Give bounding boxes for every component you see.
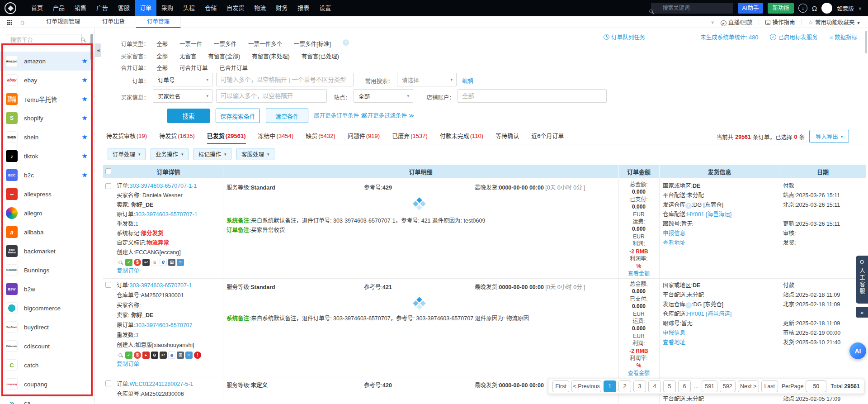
platform-item-backmarket[interactable]: Back Marketbackmarket <box>0 242 95 261</box>
truck-icon[interactable]: ▸ <box>142 352 150 359</box>
sku-grid-icon[interactable]: ⊞ <box>177 352 184 359</box>
headset-icon[interactable]: Ω <box>812 5 817 12</box>
ai-assistant-button[interactable]: AI助手 <box>738 3 764 14</box>
page-number-button[interactable]: 5 <box>663 380 676 392</box>
copy-order-link[interactable]: 复制订单 <box>117 361 139 367</box>
filter-option[interactable]: 可合并订单 <box>179 63 208 72</box>
platform-item-b2c[interactable]: B2Cb2c★ <box>0 166 95 185</box>
return-parcel-icon[interactable]: ↩ <box>160 352 167 359</box>
favorite-star-icon[interactable]: ★ <box>82 57 88 65</box>
declare-info-link[interactable]: 申报信息 <box>663 230 685 237</box>
tab-frozen[interactable]: 冻结中(3454) <box>258 131 294 140</box>
save-search-button[interactable]: 保存搜索条件 <box>216 109 260 123</box>
collapse-chevron-icon[interactable]: ∨ <box>711 19 714 24</box>
menu-item-selfship[interactable]: 自发货 <box>222 0 249 16</box>
page-number-button[interactable]: 592 <box>720 380 736 392</box>
page-number-button[interactable]: 4 <box>648 380 661 392</box>
menu-item-orders[interactable]: 订单 <box>135 0 156 16</box>
platform-item-b2w[interactable]: B2Wb2w <box>0 280 95 299</box>
copy-order-link[interactable]: 复制订单 <box>117 268 139 274</box>
chevron-down-icon[interactable]: ∨ <box>859 6 862 11</box>
tab-last-6-months[interactable]: 近6个月订单 <box>531 131 564 140</box>
sidebar-scrollbar[interactable] <box>90 34 93 60</box>
buyer-field-select[interactable]: 买家姓名▾ <box>153 89 212 103</box>
sidebar-collapse-handle[interactable]: ◀ <box>95 43 101 57</box>
page-number-button[interactable]: 591 <box>702 380 717 392</box>
menu-item-firstleg[interactable]: 头程 <box>178 0 200 16</box>
erp-channel-icon[interactable]: e <box>168 352 175 359</box>
filter-option[interactable]: 全部 <box>156 63 168 72</box>
platform-search-input[interactable] <box>6 34 82 46</box>
order-no-link[interactable]: WEC0122411280027-5-1 <box>129 381 193 387</box>
new-feature-button[interactable]: 新功能 <box>768 3 794 14</box>
apps-grid-icon[interactable] <box>7 20 9 21</box>
platform-item-coupang[interactable]: coupangcoupang <box>0 375 95 394</box>
menu-item-purchase[interactable]: 采购 <box>156 0 178 16</box>
cart-icon[interactable]: ✓ <box>125 259 132 266</box>
favorite-star-icon[interactable]: ★ <box>82 76 88 84</box>
edit-quick-search-link[interactable]: 编辑 <box>462 76 473 85</box>
tab-order-shipping[interactable]: 订单出货 <box>91 16 136 28</box>
alert-icon[interactable]: ! <box>194 352 201 359</box>
platform-item-tiktok[interactable]: ♪tiktok★ <box>0 147 95 166</box>
shop-account-input[interactable] <box>458 89 607 103</box>
erp-channel-icon[interactable]: e <box>160 259 167 266</box>
menu-item-reports[interactable]: 报表 <box>292 0 314 16</box>
buyer-info-input[interactable] <box>216 89 327 103</box>
platform-item-catch[interactable]: Ccatch <box>0 356 95 375</box>
home-icon[interactable]: ⌂ <box>20 18 24 26</box>
view-detail-icon[interactable] <box>117 352 124 359</box>
platform-item-allegro[interactable]: allegro <box>0 204 95 223</box>
tab-problem[interactable]: 问题件(919) <box>348 131 380 140</box>
tab-out-of-stock[interactable]: 缺货(5432) <box>306 131 335 140</box>
delivery-channel-link[interactable]: HY001 [海邑海运] <box>687 211 731 218</box>
page-number-button[interactable]: 2 <box>618 380 631 392</box>
order-queue-link[interactable]: 订单队列任务 <box>604 33 645 41</box>
order-no-link[interactable]: 303-3974603-6570707-1-1 <box>129 183 197 189</box>
tab-order-management[interactable]: 订单管理 <box>136 16 181 28</box>
order-process-button[interactable]: 订单处理▾ <box>108 148 146 160</box>
help-icon[interactable]: ? <box>685 302 692 309</box>
menu-item-service[interactable]: 客服 <box>113 0 135 16</box>
menu-item-finance[interactable]: 财务 <box>271 0 292 16</box>
order-no-type-select[interactable]: 订单号▾ <box>153 73 212 86</box>
label-service-link[interactable]: ✓已启用标发服务 <box>770 33 818 41</box>
filter-option[interactable]: 无留言 <box>179 52 197 60</box>
platform-item-ca[interactable]: ≫ca <box>0 394 95 404</box>
favorite-star-icon[interactable]: ★ <box>82 133 88 141</box>
filter-option[interactable]: 已合并订单 <box>220 63 248 72</box>
platform-item-cdiscount[interactable]: Cdiscountcdiscount <box>0 337 95 356</box>
page-number-button[interactable]: 6 <box>678 380 691 392</box>
row-checkbox[interactable] <box>105 380 111 386</box>
main-scrollbar[interactable] <box>865 31 867 53</box>
filter-option[interactable]: 一票一件多个 <box>248 39 282 48</box>
view-amount-link[interactable]: 查看金额 <box>628 271 650 277</box>
select-all-checkbox[interactable] <box>105 168 111 174</box>
platform-item-bigcommerce[interactable]: bigcommerce <box>0 299 95 318</box>
global-search-input[interactable] <box>651 3 733 14</box>
business-ops-button[interactable]: 业务操作▾ <box>151 148 189 160</box>
page-number-button[interactable]: 3 <box>633 380 646 392</box>
order-no-input[interactable] <box>216 73 354 86</box>
page-last-button[interactable]: Last <box>761 380 778 392</box>
original-order-link[interactable]: 303-3974603-6570707-1 <box>135 211 198 218</box>
expand-panel-button[interactable]: » <box>856 307 868 318</box>
amazon-channel-icon[interactable]: a <box>151 259 158 266</box>
tab-shipped[interactable]: 已发货(29561) <box>207 131 246 140</box>
original-order-link[interactable]: 303-3974603-6570707 <box>135 322 193 328</box>
platform-item-bunnings[interactable]: BUNNINGSBunnings <box>0 261 95 280</box>
menu-item-product[interactable]: 产品 <box>48 0 70 16</box>
help-icon[interactable]: ? <box>343 39 349 46</box>
platform-item-amazon[interactable]: Amazonamazon★ <box>0 52 95 71</box>
tab-awaiting-confirm[interactable]: 等待确认 <box>495 131 519 140</box>
edition-label[interactable]: 如意版 <box>837 4 854 13</box>
favorite-star-icon[interactable]: ★ <box>82 114 88 122</box>
tab-unpaid[interactable]: 付款未完成(110) <box>440 131 483 140</box>
parcel-icon[interactable]: ⊙ <box>151 352 158 359</box>
platform-item-aliexpress[interactable]: ⌣aliexpress <box>0 185 95 204</box>
order-no-link[interactable]: 303-3974603-6570707-1 <box>129 282 192 289</box>
more-order-conditions-link[interactable]: 展开更多订单条件 ≫ <box>314 109 367 123</box>
search-button[interactable]: 搜索 <box>167 109 210 123</box>
view-address-link[interactable]: 查看地址 <box>663 339 685 346</box>
favorite-star-icon[interactable]: ★ <box>82 95 88 103</box>
